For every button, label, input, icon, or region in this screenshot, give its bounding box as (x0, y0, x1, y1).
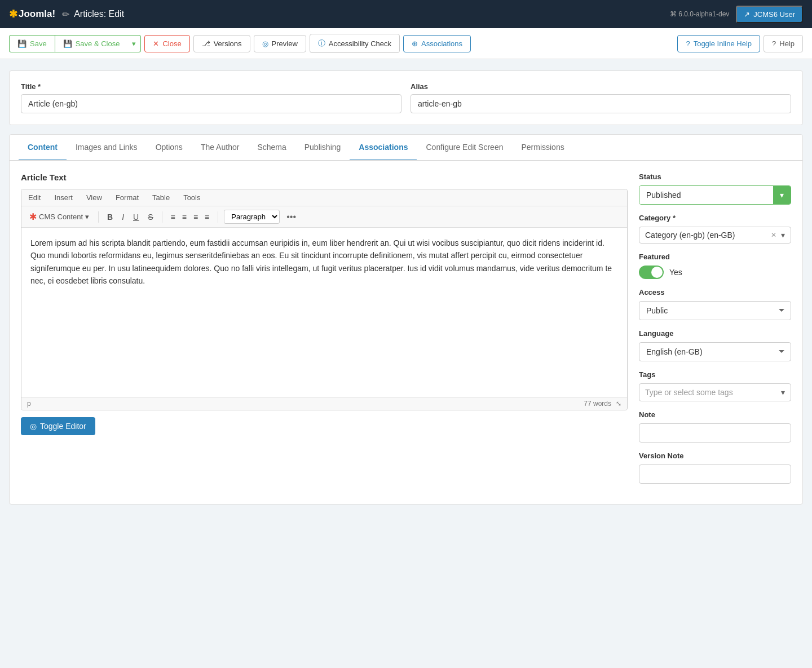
category-clear-button[interactable]: ✕ (771, 231, 776, 239)
navbar-right: ⌘ 6.0.0-alpha1-dev ↗ JCMS6 User (670, 6, 803, 23)
save-close-label: Save & Close (76, 39, 120, 48)
tab-associations[interactable]: Associations (350, 135, 417, 161)
tab-schema[interactable]: Schema (248, 135, 295, 161)
word-count-area: 77 words ⤡ (584, 400, 621, 408)
category-label: Category * (639, 214, 791, 222)
access-label: Access (639, 288, 791, 297)
cms-content-label: CMS Content (39, 213, 83, 221)
tab-permissions[interactable]: Permissions (512, 135, 573, 161)
associations-label: Associations (421, 39, 462, 48)
language-label: Language (639, 329, 791, 338)
tags-dropdown-icon[interactable]: ▾ (781, 388, 785, 397)
category-dropdown-icon[interactable]: ▾ (781, 231, 785, 240)
toolbar-separator-1 (98, 211, 99, 223)
navbar-title: ✏ Articles: Edit (62, 9, 124, 20)
editor-body[interactable]: Lorem ipsum ad his scripta blandit parti… (21, 228, 627, 397)
status-section: Status Published ▾ (639, 172, 791, 205)
tab-the-author[interactable]: The Author (192, 135, 249, 161)
alias-group: Alias (411, 82, 791, 113)
alias-input[interactable] (411, 94, 791, 113)
status-dropdown[interactable]: Published ▾ (639, 185, 791, 205)
editor-menu-insert[interactable]: Insert (52, 192, 75, 204)
paragraph-select[interactable]: Paragraph Heading 1 Heading 2 Heading 3 (224, 210, 280, 224)
toggle-editor-button[interactable]: ◎ Toggle Editor (21, 417, 95, 435)
tags-section: Tags Type or select some tags ▾ (639, 370, 791, 401)
versions-icon: ⎇ (202, 39, 210, 48)
strikethrough-button[interactable]: S (145, 211, 156, 223)
preview-button[interactable]: ◎ Preview (254, 35, 306, 52)
save-label: Save (30, 39, 47, 48)
page-title: Articles: Edit (74, 9, 124, 19)
more-options-button[interactable]: ••• (283, 210, 299, 224)
close-button[interactable]: ✕ Close (144, 35, 189, 52)
joomla-logo[interactable]: ✱ Joomla! (9, 8, 55, 20)
category-section: Category * Category (en-gb) (en-GB) ✕ ▾ (639, 214, 791, 244)
version-note-input[interactable] (639, 464, 791, 484)
status-label: Status (639, 172, 791, 181)
status-value: Published (639, 186, 773, 204)
pencil-icon: ✏ (62, 9, 69, 20)
tab-content[interactable]: Content (19, 135, 67, 161)
toolbar-separator-2 (162, 211, 162, 223)
close-icon: ✕ (153, 39, 159, 48)
save-button[interactable]: 💾 Save (9, 35, 55, 52)
title-input[interactable] (21, 94, 401, 113)
align-center-button[interactable]: ≡ (179, 211, 189, 223)
tab-publishing[interactable]: Publishing (295, 135, 350, 161)
access-select[interactable]: Public Registered Special (639, 301, 791, 320)
editor-footer: p 77 words ⤡ (21, 397, 627, 410)
save-close-icon: 💾 (63, 39, 72, 48)
featured-toggle[interactable] (639, 266, 664, 279)
note-input[interactable] (639, 423, 791, 443)
toolbar: 💾 Save 💾 Save & Close ▾ ✕ Close ⎇ Versio… (0, 28, 812, 59)
associations-button[interactable]: ⊕ Associations (403, 35, 471, 52)
version-text: ⌘ 6.0.0-alpha1-dev (670, 10, 729, 18)
editor-menu-format[interactable]: Format (113, 192, 141, 204)
tags-dropdown[interactable]: Type or select some tags ▾ (639, 383, 791, 401)
cms-content-dropdown-icon: ▾ (85, 213, 89, 221)
category-select[interactable]: Category (en-gb) (en-GB) ✕ ▾ (639, 227, 791, 244)
navbar: ✱ Joomla! ✏ Articles: Edit ⌘ 6.0.0-alpha… (0, 0, 812, 28)
title-label: Title * (21, 82, 401, 91)
editor-menu-table[interactable]: Table (150, 192, 172, 204)
toolbar-separator-3 (218, 211, 218, 223)
featured-section: Featured Yes (639, 253, 791, 279)
save-dropdown-button[interactable]: ▾ (127, 35, 141, 52)
version-note-label: Version Note (639, 452, 791, 460)
close-label: Close (162, 39, 181, 48)
navbar-left: ✱ Joomla! ✏ Articles: Edit (9, 8, 124, 20)
tab-images-links[interactable]: Images and Links (67, 135, 147, 161)
tab-options[interactable]: Options (147, 135, 192, 161)
tab-content-area: Article Text Edit Insert View Format Tab… (10, 161, 802, 504)
editor-menubar: Edit Insert View Format Table Tools (21, 189, 627, 206)
italic-button[interactable]: I (119, 211, 127, 223)
editor-menu-edit[interactable]: Edit (26, 192, 43, 204)
align-right-button[interactable]: ≡ (191, 211, 201, 223)
cms-content-icon: ✱ (29, 211, 37, 222)
cms-content-button[interactable]: ✱ CMS Content ▾ (26, 210, 92, 224)
underline-button[interactable]: U (130, 211, 142, 223)
language-select[interactable]: English (en-GB) All (639, 342, 791, 361)
help-label: Help (779, 39, 795, 48)
bold-button[interactable]: B (104, 211, 116, 223)
preview-icon: ◎ (262, 39, 268, 48)
toggle-inline-help-button[interactable]: ? Toggle Inline Help (677, 35, 760, 52)
resize-icon: ⤡ (616, 400, 621, 408)
help-button[interactable]: ? Help (764, 35, 803, 52)
associations-icon: ⊕ (412, 39, 418, 48)
toggle-editor-label: Toggle Editor (40, 422, 86, 431)
status-arrow-button[interactable]: ▾ (773, 186, 791, 204)
save-button-group: 💾 Save 💾 Save & Close ▾ (9, 35, 141, 52)
save-close-button[interactable]: 💾 Save & Close (55, 35, 128, 52)
editor-menu-tools[interactable]: Tools (181, 192, 202, 204)
user-menu-button[interactable]: ↗ JCMS6 User (736, 6, 803, 23)
versions-button[interactable]: ⎇ Versions (193, 35, 250, 52)
tab-configure-edit-screen[interactable]: Configure Edit Screen (417, 135, 512, 161)
form-title-row: Title * Alias (21, 82, 791, 113)
editor-menu-view[interactable]: View (84, 192, 104, 204)
accessibility-check-button[interactable]: ⓘ Accessibility Check (310, 34, 400, 53)
align-left-button[interactable]: ≡ (168, 211, 178, 223)
form-top: Title * Alias (9, 70, 803, 125)
accessibility-check-label: Accessibility Check (329, 39, 391, 48)
align-justify-button[interactable]: ≡ (202, 211, 212, 223)
